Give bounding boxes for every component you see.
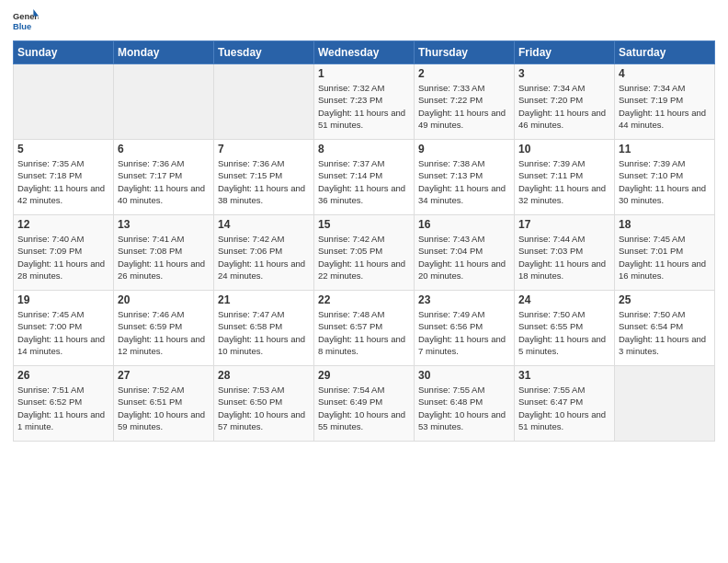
day-number: 15 <box>318 218 410 231</box>
day-info: Sunrise: 7:53 AMSunset: 6:50 PMDaylight:… <box>218 384 310 432</box>
day-info: Sunrise: 7:32 AMSunset: 7:23 PMDaylight:… <box>318 82 410 131</box>
calendar-cell <box>114 64 214 140</box>
day-info: Sunrise: 7:38 AMSunset: 7:13 PMDaylight:… <box>418 157 510 206</box>
calendar-cell <box>14 64 114 140</box>
logo-icon: General Blue <box>13 9 39 35</box>
calendar-cell: 21 Sunrise: 7:47 AMSunset: 6:58 PMDaylig… <box>214 291 314 366</box>
day-number: 12 <box>17 218 109 231</box>
calendar-cell <box>214 64 314 140</box>
svg-text:Blue: Blue <box>13 22 31 31</box>
calendar-cell: 25 Sunrise: 7:50 AMSunset: 6:54 PMDaylig… <box>615 291 715 366</box>
day-number: 27 <box>118 369 210 382</box>
calendar-cell: 2 Sunrise: 7:33 AMSunset: 7:22 PMDayligh… <box>415 64 515 140</box>
logo: General Blue <box>13 9 39 35</box>
calendar-week-2: 5 Sunrise: 7:35 AMSunset: 7:18 PMDayligh… <box>14 140 715 215</box>
day-info: Sunrise: 7:45 AMSunset: 7:00 PMDaylight:… <box>17 308 109 357</box>
day-info: Sunrise: 7:54 AMSunset: 6:49 PMDaylight:… <box>318 384 410 432</box>
day-number: 21 <box>218 293 310 306</box>
calendar-cell: 7 Sunrise: 7:36 AMSunset: 7:15 PMDayligh… <box>214 140 314 215</box>
day-number: 17 <box>518 218 610 231</box>
day-info: Sunrise: 7:45 AMSunset: 7:01 PMDaylight:… <box>619 233 711 282</box>
day-number: 23 <box>418 293 510 306</box>
calendar-cell: 31 Sunrise: 7:55 AMSunset: 6:47 PMDaylig… <box>515 366 615 442</box>
day-info: Sunrise: 7:43 AMSunset: 7:04 PMDaylight:… <box>418 233 510 282</box>
col-header-thursday: Thursday <box>415 41 515 64</box>
calendar-cell <box>615 366 715 442</box>
day-number: 8 <box>318 143 410 155</box>
day-info: Sunrise: 7:50 AMSunset: 6:55 PMDaylight:… <box>518 308 610 357</box>
calendar-cell: 9 Sunrise: 7:38 AMSunset: 7:13 PMDayligh… <box>415 140 515 215</box>
calendar-cell: 15 Sunrise: 7:42 AMSunset: 7:05 PMDaylig… <box>314 215 415 291</box>
calendar-cell: 6 Sunrise: 7:36 AMSunset: 7:17 PMDayligh… <box>114 140 214 215</box>
calendar-cell: 24 Sunrise: 7:50 AMSunset: 6:55 PMDaylig… <box>515 291 615 366</box>
day-info: Sunrise: 7:39 AMSunset: 7:10 PMDaylight:… <box>619 157 711 206</box>
day-number: 25 <box>619 293 711 306</box>
calendar-cell: 5 Sunrise: 7:35 AMSunset: 7:18 PMDayligh… <box>14 140 114 215</box>
calendar-cell: 1 Sunrise: 7:32 AMSunset: 7:23 PMDayligh… <box>314 64 415 140</box>
day-number: 14 <box>218 218 310 231</box>
day-info: Sunrise: 7:44 AMSunset: 7:03 PMDaylight:… <box>518 233 610 282</box>
day-info: Sunrise: 7:50 AMSunset: 6:54 PMDaylight:… <box>619 308 711 357</box>
calendar-cell: 11 Sunrise: 7:39 AMSunset: 7:10 PMDaylig… <box>615 140 715 215</box>
day-number: 29 <box>318 369 410 382</box>
day-number: 9 <box>418 143 510 155</box>
day-number: 2 <box>418 67 510 80</box>
day-number: 1 <box>318 67 410 80</box>
calendar-cell: 12 Sunrise: 7:40 AMSunset: 7:09 PMDaylig… <box>14 215 114 291</box>
calendar-cell: 30 Sunrise: 7:55 AMSunset: 6:48 PMDaylig… <box>415 366 515 442</box>
calendar-cell: 29 Sunrise: 7:54 AMSunset: 6:49 PMDaylig… <box>314 366 415 442</box>
calendar-cell: 20 Sunrise: 7:46 AMSunset: 6:59 PMDaylig… <box>114 291 214 366</box>
day-info: Sunrise: 7:36 AMSunset: 7:17 PMDaylight:… <box>118 157 210 206</box>
calendar-week-3: 12 Sunrise: 7:40 AMSunset: 7:09 PMDaylig… <box>14 215 715 291</box>
day-number: 28 <box>218 369 310 382</box>
day-info: Sunrise: 7:36 AMSunset: 7:15 PMDaylight:… <box>218 157 310 206</box>
day-info: Sunrise: 7:52 AMSunset: 6:51 PMDaylight:… <box>118 384 210 432</box>
day-number: 6 <box>118 143 210 155</box>
day-info: Sunrise: 7:37 AMSunset: 7:14 PMDaylight:… <box>318 157 410 206</box>
day-info: Sunrise: 7:34 AMSunset: 7:20 PMDaylight:… <box>518 82 610 131</box>
calendar-cell: 3 Sunrise: 7:34 AMSunset: 7:20 PMDayligh… <box>515 64 615 140</box>
calendar-cell: 27 Sunrise: 7:52 AMSunset: 6:51 PMDaylig… <box>114 366 214 442</box>
day-number: 13 <box>118 218 210 231</box>
day-number: 31 <box>518 369 610 382</box>
day-number: 26 <box>17 369 109 382</box>
day-info: Sunrise: 7:42 AMSunset: 7:06 PMDaylight:… <box>218 233 310 282</box>
day-info: Sunrise: 7:49 AMSunset: 6:56 PMDaylight:… <box>418 308 510 357</box>
calendar-cell: 14 Sunrise: 7:42 AMSunset: 7:06 PMDaylig… <box>214 215 314 291</box>
calendar-week-5: 26 Sunrise: 7:51 AMSunset: 6:52 PMDaylig… <box>14 366 715 442</box>
day-number: 16 <box>418 218 510 231</box>
calendar-cell: 16 Sunrise: 7:43 AMSunset: 7:04 PMDaylig… <box>415 215 515 291</box>
day-info: Sunrise: 7:41 AMSunset: 7:08 PMDaylight:… <box>118 233 210 282</box>
calendar-header-row: SundayMondayTuesdayWednesdayThursdayFrid… <box>14 41 715 64</box>
day-number: 3 <box>518 67 610 80</box>
day-number: 22 <box>318 293 410 306</box>
calendar-cell: 4 Sunrise: 7:34 AMSunset: 7:19 PMDayligh… <box>615 64 715 140</box>
day-info: Sunrise: 7:55 AMSunset: 6:47 PMDaylight:… <box>518 384 610 432</box>
col-header-tuesday: Tuesday <box>214 41 314 64</box>
col-header-saturday: Saturday <box>615 41 715 64</box>
day-number: 19 <box>17 293 109 306</box>
calendar-cell: 18 Sunrise: 7:45 AMSunset: 7:01 PMDaylig… <box>615 215 715 291</box>
calendar-cell: 13 Sunrise: 7:41 AMSunset: 7:08 PMDaylig… <box>114 215 214 291</box>
calendar-week-4: 19 Sunrise: 7:45 AMSunset: 7:00 PMDaylig… <box>14 291 715 366</box>
day-number: 18 <box>619 218 711 231</box>
day-number: 10 <box>518 143 610 155</box>
calendar-cell: 19 Sunrise: 7:45 AMSunset: 7:00 PMDaylig… <box>14 291 114 366</box>
day-info: Sunrise: 7:47 AMSunset: 6:58 PMDaylight:… <box>218 308 310 357</box>
calendar-cell: 10 Sunrise: 7:39 AMSunset: 7:11 PMDaylig… <box>515 140 615 215</box>
calendar-cell: 28 Sunrise: 7:53 AMSunset: 6:50 PMDaylig… <box>214 366 314 442</box>
day-info: Sunrise: 7:34 AMSunset: 7:19 PMDaylight:… <box>619 82 711 131</box>
col-header-monday: Monday <box>114 41 214 64</box>
day-number: 11 <box>619 143 711 155</box>
calendar-cell: 22 Sunrise: 7:48 AMSunset: 6:57 PMDaylig… <box>314 291 415 366</box>
day-number: 7 <box>218 143 310 155</box>
col-header-friday: Friday <box>515 41 615 64</box>
day-info: Sunrise: 7:55 AMSunset: 6:48 PMDaylight:… <box>418 384 510 432</box>
day-info: Sunrise: 7:51 AMSunset: 6:52 PMDaylight:… <box>17 384 109 432</box>
day-info: Sunrise: 7:46 AMSunset: 6:59 PMDaylight:… <box>118 308 210 357</box>
calendar-table: SundayMondayTuesdayWednesdayThursdayFrid… <box>13 40 715 442</box>
col-header-wednesday: Wednesday <box>314 41 415 64</box>
calendar-cell: 17 Sunrise: 7:44 AMSunset: 7:03 PMDaylig… <box>515 215 615 291</box>
day-info: Sunrise: 7:40 AMSunset: 7:09 PMDaylight:… <box>17 233 109 282</box>
day-info: Sunrise: 7:33 AMSunset: 7:22 PMDaylight:… <box>418 82 510 131</box>
